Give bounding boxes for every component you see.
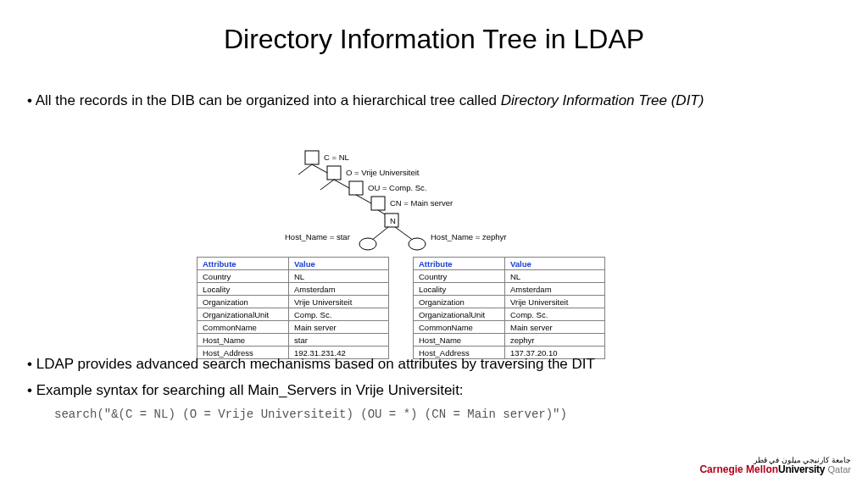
attribute-table-left: Attribute Value CountryNLLocalityAmsterd… (197, 257, 389, 359)
cell-attribute: CommonName (414, 321, 505, 334)
table-header-row: Attribute Value (198, 258, 389, 270)
cmu-qatar-logo: جامعة كارنيجي ميلون في قطر Carnegie Mell… (699, 457, 851, 474)
cell-value: Amsterdam (289, 283, 389, 296)
tree-cn: CN = Main server (390, 198, 453, 208)
tree-c: C = NL (324, 152, 349, 162)
table-row: CountryNL (414, 270, 605, 283)
svg-line-11 (371, 227, 388, 241)
bottom-bullets: LDAP provides advanced search mechanisms… (27, 354, 831, 424)
attribute-table-right: Attribute Value CountryNLLocalityAmsterd… (413, 257, 605, 359)
svg-line-4 (334, 180, 349, 188)
bullet-search: LDAP provides advanced search mechanisms… (27, 354, 831, 375)
cell-attribute: Country (414, 270, 505, 283)
cell-value: Amsterdam (505, 283, 605, 296)
table-row: LocalityAmsterdam (198, 283, 389, 296)
table-row: LocalityAmsterdam (414, 283, 605, 296)
col-value: Value (505, 258, 605, 270)
table-row: Host_Namezephyr (414, 334, 605, 347)
cell-attribute: CommonName (198, 321, 289, 334)
cell-attribute: OrganizationalUnit (198, 308, 289, 321)
bullet-dit-lead: All the records in the DIB can be organi… (36, 92, 501, 108)
cell-attribute: Locality (198, 283, 289, 296)
table-row: OrganizationalUnitComp. Sc. (414, 308, 605, 321)
tree-host-r: Host_Name = zephyr (431, 232, 507, 241)
svg-rect-8 (371, 197, 385, 210)
page-title: Directory Information Tree in LDAP (0, 24, 868, 55)
cell-attribute: Locality (414, 283, 505, 296)
cell-value: Comp. Sc. (289, 308, 389, 321)
svg-point-14 (409, 238, 426, 250)
col-value: Value (289, 258, 389, 270)
bullet-dit-emph: Directory Information Tree (DIT) (501, 92, 704, 108)
svg-rect-3 (327, 166, 341, 180)
tree-n: N (390, 216, 396, 225)
table-row: CommonNameMain server (414, 321, 605, 334)
cell-value: star (289, 334, 389, 347)
table-row: CountryNL (198, 270, 389, 283)
svg-line-7 (356, 195, 371, 203)
cell-value: Comp. Sc. (505, 308, 605, 321)
svg-line-2 (298, 164, 312, 175)
cell-value: Vrije Universiteit (289, 296, 389, 308)
cell-value: Vrije Universiteit (505, 296, 605, 308)
svg-line-5 (320, 180, 334, 190)
top-bullets: All the records in the DIB can be organi… (27, 92, 831, 116)
table-row: Host_Namestar (198, 334, 389, 347)
col-attribute: Attribute (414, 258, 505, 270)
svg-rect-6 (349, 181, 363, 195)
table-header-row: Attribute Value (414, 258, 605, 270)
logo-carnegie-mellon: Carnegie Mellon (699, 463, 778, 475)
tree-host-l: Host_Name = star (285, 232, 350, 241)
bullet-example: Example syntax for searching all Main_Se… (27, 380, 831, 402)
cell-value: Main server (289, 321, 389, 334)
svg-rect-0 (305, 151, 319, 164)
table-row: OrganizationVrije Universiteit (414, 296, 605, 308)
cell-attribute: Organization (198, 296, 289, 308)
search-syntax-code: search("&(C = NL) (O = Vrije Universitei… (54, 406, 831, 423)
svg-line-1 (312, 164, 327, 173)
table-row: OrganizationVrije Universiteit (198, 296, 389, 308)
cell-attribute: Host_Name (414, 334, 505, 347)
cell-value: NL (289, 270, 389, 283)
tree-o: O = Vrije Universiteit (346, 168, 420, 177)
cell-value: zephyr (505, 334, 605, 347)
cell-attribute: Country (198, 270, 289, 283)
logo-qatar: Qatar (827, 464, 851, 474)
bullet-dit: All the records in the DIB can be organi… (27, 92, 831, 111)
table-row: OrganizationalUnitComp. Sc. (198, 308, 389, 321)
table-row: CommonNameMain server (198, 321, 389, 334)
attribute-tables: Attribute Value CountryNLLocalityAmsterd… (197, 257, 605, 359)
cell-value: NL (505, 270, 605, 283)
logo-university: University (778, 463, 825, 475)
cell-attribute: Host_Name (198, 334, 289, 347)
tree-ou: OU = Comp. Sc. (368, 183, 426, 192)
cell-value: Main server (505, 321, 605, 334)
svg-point-13 (359, 238, 376, 250)
col-attribute: Attribute (198, 258, 289, 270)
cell-attribute: Organization (414, 296, 505, 308)
svg-line-12 (395, 227, 414, 241)
cell-attribute: OrganizationalUnit (414, 308, 505, 321)
